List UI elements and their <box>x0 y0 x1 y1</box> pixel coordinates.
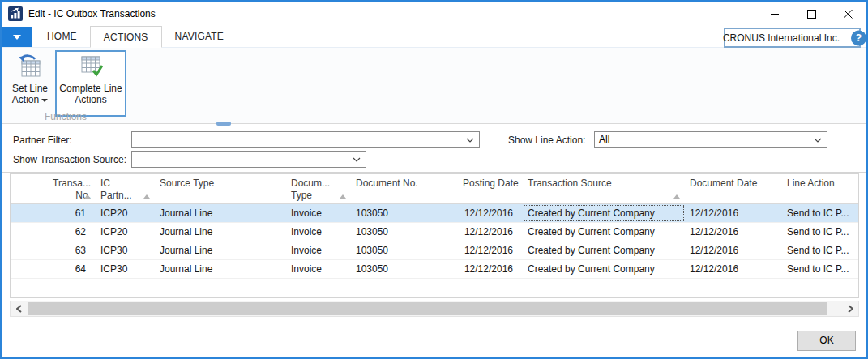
partner-filter-input[interactable] <box>131 131 480 148</box>
partner-filter-label: Partner Filter: <box>13 135 72 146</box>
column-header-document-date[interactable]: Document Date <box>685 174 782 203</box>
column-header-document-type[interactable]: Docum... Type <box>286 174 351 203</box>
cell-posting-date[interactable]: 12/12/2016 <box>458 204 523 222</box>
cell-transaction-source-focused[interactable]: Created by Current Company <box>523 204 685 222</box>
cell-posting-date[interactable]: 12/12/2016 <box>458 241 523 259</box>
chevron-right-icon <box>848 305 853 313</box>
cell-transaction-no[interactable]: 64 <box>11 260 96 278</box>
show-transaction-source-select[interactable] <box>131 151 366 168</box>
ribbon: Set Line Action Complete Line Actions Fu… <box>2 48 866 124</box>
cell-document-no[interactable]: 103050 <box>351 204 458 222</box>
maximize-button[interactable] <box>793 2 830 26</box>
column-header-source-type[interactable]: Source Type <box>155 174 286 203</box>
cell-document-type[interactable]: Invoice <box>286 204 351 222</box>
cell-document-date[interactable]: 12/12/2016 <box>685 204 782 222</box>
application-menu-button[interactable] <box>2 27 32 47</box>
ribbon-group-separator <box>130 54 130 118</box>
scroll-left-button[interactable] <box>11 301 27 316</box>
close-icon <box>844 10 853 19</box>
column-header-posting-date[interactable]: Posting Date <box>458 174 523 203</box>
cell-line-action[interactable]: Send to IC P... <box>782 260 860 278</box>
horizontal-scrollbar[interactable] <box>10 301 859 317</box>
minimize-button[interactable] <box>757 2 793 26</box>
window-controls <box>757 2 866 26</box>
chevron-down-icon <box>466 138 474 143</box>
tab-navigate[interactable]: NAVIGATE <box>162 26 237 48</box>
ribbon-splitter-handle[interactable] <box>216 122 231 126</box>
dropdown-caret-icon <box>41 99 48 102</box>
cell-ic-partner[interactable]: ICP20 <box>96 204 155 222</box>
table-row[interactable]: 62 ICP20 Journal Line Invoice 103050 12/… <box>11 223 858 241</box>
tab-actions[interactable]: ACTIONS <box>90 26 162 48</box>
cell-transaction-source[interactable]: Created by Current Company <box>523 260 685 278</box>
chevron-down-icon <box>13 35 21 40</box>
chevron-left-icon <box>16 305 22 313</box>
ribbon-tab-strip: HOME ACTIONS NAVIGATE CRONUS Internation… <box>2 26 866 48</box>
chevron-down-icon <box>353 157 361 162</box>
maximize-icon <box>807 10 816 19</box>
cell-ic-partner[interactable]: ICP30 <box>96 241 155 259</box>
company-name: CRONUS International Inc. <box>723 32 840 44</box>
table-header-row: Transa... No. IC Partn... Source Type Do… <box>11 174 858 204</box>
table-green-check-icon <box>78 53 104 79</box>
column-header-ic-partner[interactable]: IC Partn... <box>96 174 155 203</box>
cell-transaction-source[interactable]: Created by Current Company <box>523 223 685 241</box>
cell-source-type[interactable]: Journal Line <box>155 241 286 259</box>
cell-document-date[interactable]: 12/12/2016 <box>685 260 782 278</box>
sort-ascending-icon <box>673 194 680 199</box>
cell-transaction-no[interactable]: 62 <box>11 223 96 241</box>
column-header-line-action[interactable]: Line Action <box>782 174 860 203</box>
cell-source-type[interactable]: Journal Line <box>155 260 286 278</box>
cell-ic-partner[interactable]: ICP20 <box>96 223 155 241</box>
app-logo-bar-chart-icon <box>8 6 23 21</box>
table-undo-arrow-icon <box>17 53 43 79</box>
cell-posting-date[interactable]: 12/12/2016 <box>458 223 523 241</box>
show-line-action-select[interactable]: All <box>594 131 827 148</box>
cell-transaction-source[interactable]: Created by Current Company <box>523 241 685 259</box>
transactions-table: Transa... No. IC Partn... Source Type Do… <box>10 173 859 298</box>
ribbon-group-label: Functions <box>2 111 130 122</box>
complete-line-actions-label: Complete Line Actions <box>57 83 125 105</box>
set-line-action-button[interactable]: Set Line Action <box>6 52 53 115</box>
close-button[interactable] <box>830 2 866 26</box>
chevron-down-icon <box>814 138 822 143</box>
company-badge[interactable]: CRONUS International Inc. ? <box>724 28 861 48</box>
show-transaction-source-label: Show Transaction Source: <box>13 154 126 165</box>
table-row[interactable]: 64 ICP30 Journal Line Invoice 103050 12/… <box>11 260 858 279</box>
cell-document-no[interactable]: 103050 <box>351 260 458 278</box>
table-row[interactable]: 61 ICP20 Journal Line Invoice 103050 12/… <box>11 204 858 223</box>
cell-transaction-no[interactable]: 63 <box>11 241 96 259</box>
complete-line-actions-button[interactable]: Complete Line Actions <box>55 50 126 117</box>
sort-ascending-icon <box>143 194 150 199</box>
cell-source-type[interactable]: Journal Line <box>155 204 286 222</box>
show-line-action-value: All <box>599 134 609 145</box>
help-icon[interactable]: ? <box>851 30 866 45</box>
column-header-transaction-no[interactable]: Transa... No. <box>11 174 96 203</box>
cell-document-type[interactable]: Invoice <box>286 241 351 259</box>
table-row[interactable]: 63 ICP30 Journal Line Invoice 103050 12/… <box>11 241 858 260</box>
cell-line-action[interactable]: Send to IC P... <box>782 204 860 222</box>
column-header-transaction-source[interactable]: Transaction Source <box>523 174 685 203</box>
scrollbar-thumb[interactable] <box>28 302 827 315</box>
cell-line-action[interactable]: Send to IC P... <box>782 241 860 259</box>
scroll-right-button[interactable] <box>842 301 858 316</box>
column-header-document-no[interactable]: Document No. <box>351 174 458 203</box>
tab-home[interactable]: HOME <box>34 26 90 48</box>
filter-bar: Partner Filter: Show Line Action: All Sh… <box>2 129 866 173</box>
cell-posting-date[interactable]: 12/12/2016 <box>458 260 523 278</box>
cell-document-no[interactable]: 103050 <box>351 241 458 259</box>
ribbon-tabs: HOME ACTIONS NAVIGATE <box>34 26 237 48</box>
cell-ic-partner[interactable]: ICP30 <box>96 260 155 278</box>
ok-button[interactable]: OK <box>797 331 856 351</box>
cell-document-date[interactable]: 12/12/2016 <box>685 241 782 259</box>
cell-document-type[interactable]: Invoice <box>286 260 351 278</box>
minimize-icon <box>771 10 780 19</box>
cell-line-action[interactable]: Send to IC P... <box>782 223 860 241</box>
sort-ascending-icon <box>84 194 91 199</box>
cell-source-type[interactable]: Journal Line <box>155 223 286 241</box>
cell-document-date[interactable]: 12/12/2016 <box>685 223 782 241</box>
window-title: Edit - IC Outbox Transactions <box>28 8 156 19</box>
cell-document-type[interactable]: Invoice <box>286 223 351 241</box>
cell-document-no[interactable]: 103050 <box>351 223 458 241</box>
cell-transaction-no[interactable]: 61 <box>11 204 96 222</box>
